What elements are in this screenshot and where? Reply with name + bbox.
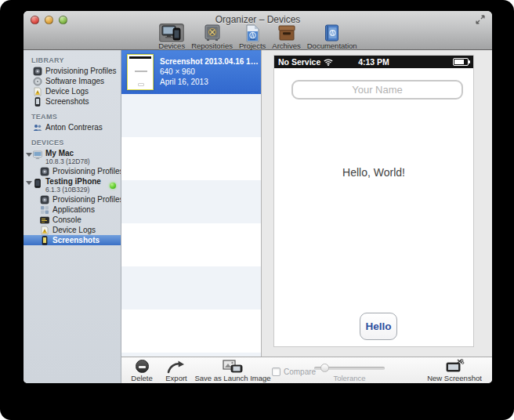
sidebar-item-provisioning-profiles[interactable]: Provisioning Profiles [24,66,121,76]
sidebar-item-iphone-console[interactable]: Console [24,215,121,225]
sidebar-item-label: Screenshots [52,236,100,244]
sidebar: LIBRARY Provisioning Profiles Software I… [24,50,121,383]
hello-world-text: Hello, World! [274,166,473,179]
delete-icon [136,360,149,373]
sidebar-device-my-mac[interactable]: My Mac 10.8.3 (12D78) [24,148,121,166]
iphone-icon [33,179,42,188]
screenshot-list-item[interactable]: Screenshot 2013.04.16 16.13... 640 × 960… [121,50,261,94]
sidebar-item-label: Provisioning Profiles [52,167,121,176]
sidebar-item-iphone-provisioning-profiles[interactable]: Provisioning Profiles [24,194,121,205]
sidebar-item-iphone-applications[interactable]: Applications [24,205,121,215]
sidebar-item-iphone-device-logs[interactable]: Device Logs [24,225,121,235]
device-os-version: 10.8.3 (12D78) [45,158,90,165]
new-screenshot-icon [444,359,465,373]
sidebar-device-testing-iphone[interactable]: Testing iPhone 6.1.3 (10B329) [24,176,121,194]
provisioning-profiles-icon [33,67,42,76]
device-connected-status-dot [110,183,116,189]
sidebar-item-label: Applications [52,205,95,214]
device-logs-icon [33,87,42,96]
sidebar-header-devices: DEVICES [24,137,121,148]
toolbar-label: Documentation [307,42,357,50]
team-icon [33,123,42,132]
sidebar-item-label: Device Logs [52,226,96,234]
screenshot-date: April 16, 2013 [160,78,259,86]
content-area: LIBRARY Provisioning Profiles Software I… [24,50,492,383]
sidebar-item-label: Console [52,215,81,224]
compare-label: Compare [284,368,316,376]
main-toolbar: Devices Repositorie [24,26,492,50]
archives-icon [274,24,299,42]
repositories-icon [200,24,225,42]
organizer-window: Organizer – Devices [24,11,492,383]
device-name: Testing iPhone [45,178,101,186]
screenshot-dimensions: 640 × 960 [160,67,259,76]
preview-pane: No Service 4:13 PM [261,50,492,357]
sidebar-item-mac-provisioning-profiles[interactable]: Provisioning Profiles [24,166,121,176]
console-icon [40,215,49,225]
sidebar-header-teams: TEAMS [24,111,121,122]
toolbar-label: Devices [158,42,185,50]
applications-icon [40,205,49,215]
disclosure-triangle-icon[interactable] [26,153,32,157]
sidebar-item-label: Anton Contreras [45,123,103,132]
toolbar-label: Projects [239,42,266,50]
provisioning-profiles-icon [40,167,49,176]
devices-icon [159,24,184,42]
screenshot-stage: Organizer – Devices [0,0,514,420]
list-stripes [121,94,261,357]
delete-button[interactable]: Delete [125,357,158,383]
save-as-launch-image-label: Save as Launch Image [194,374,270,382]
toolbar-item-projects[interactable]: Projects [239,24,266,50]
imac-icon [33,150,42,160]
screenshot-list: Screenshot 2013.04.16 16.13... 640 × 960… [121,50,261,357]
projects-icon [240,24,265,42]
sidebar-header-library: LIBRARY [24,55,121,66]
export-label: Export [165,374,186,382]
new-screenshot-label: New Screenshot [427,374,482,382]
compare-checkbox[interactable] [272,368,281,376]
iphone-screenshot-preview: No Service 4:13 PM [273,55,474,347]
window-chrome: Organizer – Devices [24,11,492,50]
hello-button: Hello [360,313,397,340]
export-arrow-icon [167,360,186,374]
battery-icon [453,58,470,66]
screenshots-icon [40,236,49,245]
toolbar-item-archives[interactable]: Archives [272,24,300,50]
delete-label: Delete [131,374,152,382]
toolbar-item-documentation[interactable]: Documentation [307,24,357,50]
sidebar-item-iphone-screenshots[interactable]: Screenshots [24,235,121,245]
device-name: My Mac [45,150,90,158]
status-bar-time: 4:13 PM [274,57,473,67]
screenshots-icon [33,97,42,107]
sidebar-item-label: Provisioning Profiles [52,195,121,204]
toolbar-item-repositories[interactable]: Repositories [191,24,233,50]
sidebar-item-label: Software Images [45,77,104,85]
sidebar-item-label: Provisioning Profiles [45,67,117,75]
device-os-version: 6.1.3 (10B329) [45,186,101,194]
sidebar-item-screenshots-library[interactable]: Screenshots [24,96,121,107]
sidebar-item-software-images[interactable]: Software Images [24,76,121,86]
toolbar-label: Repositories [191,42,233,50]
screenshot-metadata: Screenshot 2013.04.16 16.13... 640 × 960… [160,57,259,86]
toolbar-label: Archives [272,42,300,50]
iphone-status-bar: No Service 4:13 PM [274,56,473,68]
sidebar-item-device-logs[interactable]: Device Logs [24,86,121,96]
sidebar-item-label: Device Logs [45,87,89,96]
slider-thumb[interactable] [320,364,329,372]
new-screenshot-button[interactable]: New Screenshot [422,357,487,383]
toolbar-item-devices[interactable]: Devices [158,24,185,50]
disclosure-triangle-icon[interactable] [26,181,32,185]
your-name-field [291,80,463,100]
sidebar-item-team-anton-contreras[interactable]: Anton Contreras [24,122,121,132]
export-button[interactable]: Export [159,357,194,383]
tolerance-label: Tolerance [314,374,385,382]
save-launch-image-icon [223,360,243,374]
device-logs-icon [40,226,49,235]
documentation-icon [320,24,345,42]
fullscreen-icon[interactable] [475,14,486,25]
software-images-icon [33,77,42,86]
sidebar-item-label: Screenshots [45,97,89,106]
save-as-launch-image-button[interactable]: Save as Launch Image [195,357,270,383]
tolerance-slider[interactable] [314,367,385,370]
provisioning-profiles-icon [40,195,49,205]
